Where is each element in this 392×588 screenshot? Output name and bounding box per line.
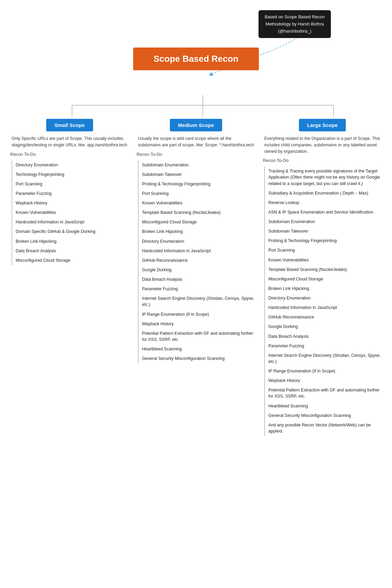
list-item: Heartbleed Scanning [268, 401, 382, 411]
list-item: Internet Search Engine Discovery (Shodan… [142, 294, 255, 309]
list-item: Known Vulnerabilities [142, 198, 255, 208]
list-item: Known Vulnerabilities [16, 208, 95, 217]
list-item: Parameter Fuzzing [142, 284, 255, 294]
large-scope-desc: Everything related to the Organization i… [263, 135, 382, 154]
list-item: General Security Misconfiguration Scanni… [142, 354, 255, 363]
list-item: Misconfigured Cloud Storage [16, 256, 95, 265]
list-item: Port Scanning [16, 179, 95, 189]
list-item: Wayback History [142, 319, 255, 329]
list-item: And any possible Recon Vector (Network/W… [268, 420, 382, 436]
list-item: Potential Pattern Extraction with GF and… [268, 385, 382, 401]
list-item: Known Vulnerabilities [268, 255, 382, 265]
list-item: Broken Link Hijacking [142, 227, 255, 236]
page-container: Based on Scope Based Recon Methodology b… [7, 7, 385, 436]
medium-recon-list: Subdomain EnumerationSubdomain TakeoverP… [138, 160, 255, 364]
large-scope-header: Large Scope [263, 119, 382, 131]
medium-scope-column: Medium Scope Usually the scope is wild c… [137, 119, 255, 363]
list-item: Template Based Scanning (Nuclei/Jeales) [142, 208, 255, 217]
columns-row: Small Scope Only Specific URLs are part … [7, 119, 385, 436]
list-item: Hardcoded Information in JavaScript [268, 303, 382, 312]
list-item: Reverse Lookup [268, 198, 382, 207]
small-scope-column: Small Scope Only Specific URLs are part … [10, 119, 129, 265]
list-item: Wayback History [16, 198, 95, 208]
list-item: Subsidiary & Acquisition Enumeration ( D… [268, 188, 382, 198]
list-item: Technology Fingerprinting [16, 170, 95, 179]
column-connectors-svg [7, 95, 385, 119]
attribution-line3: (@harshbothra_) [278, 29, 311, 34]
list-item: General Security Misconfiguration Scanni… [268, 411, 382, 420]
list-item: Google Dorking [268, 322, 382, 331]
list-item: Directory Enumeration [16, 160, 95, 170]
list-item: Data Breach Analysis [16, 246, 95, 256]
large-recon-list: Tracking & Tracing every possible signat… [264, 166, 382, 436]
list-item: Data Breach Analysis [268, 332, 382, 341]
list-item: Template Based Scanning (Nuclei/Jeales) [268, 265, 382, 274]
main-title-box: Scope Based Recon [133, 48, 259, 70]
attribution-box: Based on Scope Based Recon Methodology b… [259, 10, 331, 38]
list-item: Parameter Fuzzing [16, 189, 95, 198]
list-item: IP Range Enumeration (If in Scope) [268, 366, 382, 376]
list-item: Wayback History [268, 376, 382, 385]
medium-scope-badge: Medium Scope [170, 119, 222, 131]
list-item: Port Scanning [142, 189, 255, 198]
large-recon-label: Recon To-Do [263, 158, 289, 163]
list-item: Subdomain Takeover [268, 226, 382, 236]
list-item: Subdomain Enumeration [142, 160, 255, 170]
list-item: Misconfigured Cloud Storage [142, 217, 255, 227]
list-item: Broken Link Hijacking [268, 284, 382, 293]
list-item: IP Range Enumeration (If in Scope) [142, 310, 255, 319]
list-item: Data Breach Analysis [142, 275, 255, 284]
small-scope-desc: Only Specific URLs are part of Scope. Th… [10, 135, 129, 148]
list-item: Broken Link Hijacking [16, 237, 95, 246]
small-recon-list: Directory EnumerationTechnology Fingerpr… [12, 160, 95, 265]
main-title: Scope Based Recon [154, 54, 238, 64]
list-item: Directory Enumeration [142, 237, 255, 246]
list-item: Parameter Fuzzing [268, 341, 382, 351]
large-scope-column: Large Scope Everything related to the Or… [263, 119, 382, 436]
list-item: GitHub Reconnaissance [142, 256, 255, 265]
list-item: Domain Specific GitHub & Google Dorking [16, 227, 95, 236]
list-item: Probing & Technology Fingerprinting [268, 236, 382, 245]
list-item: GitHub Reconnaissance [268, 312, 382, 322]
list-item: Port Scanning [268, 245, 382, 255]
list-item: Misconfigured Cloud Storage [268, 274, 382, 284]
list-item: Tracking & Tracing every possible signat… [268, 166, 382, 188]
medium-scope-header: Medium Scope [137, 119, 255, 131]
small-scope-badge: Small Scope [46, 119, 93, 131]
large-scope-badge: Large Scope [299, 119, 346, 131]
list-item: Hardcoded Information in JavaScript [16, 217, 95, 227]
list-item: Directory Enumeration [268, 293, 382, 303]
list-item: Hardcoded Information in JavaScript [142, 246, 255, 256]
list-item: ASN & IP Space Enumeration and Service I… [268, 207, 382, 217]
small-scope-header: Small Scope [10, 119, 129, 131]
list-item: Subdomain Enumeration [268, 217, 382, 226]
list-item: Probing & Technology Fingerprinting [142, 179, 255, 189]
list-item: Subdomain Takeover [142, 170, 255, 179]
attribution-line2: Methodology by Harsh Bothra [265, 21, 324, 26]
list-item: Google Dorking [142, 265, 255, 275]
list-item: Internet Search Engine Discovery (Shodan… [268, 351, 382, 366]
list-item: Heartbleed Scanning [142, 344, 255, 354]
medium-recon-label: Recon To-Do [137, 152, 162, 157]
medium-scope-desc: Usually the scope is wild card scope whe… [137, 135, 255, 148]
list-item: Potential Pattern Extraction with GF and… [142, 329, 255, 344]
attribution-line1: Based on Scope Based Recon [265, 14, 325, 19]
small-recon-label: Recon To-Do [10, 152, 36, 157]
